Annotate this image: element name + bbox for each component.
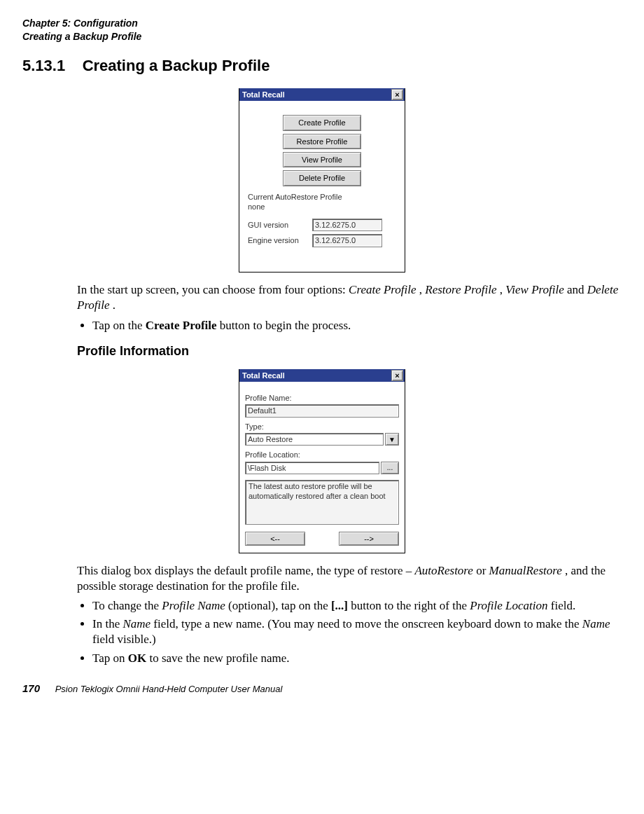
browse-button[interactable]: ... [381, 462, 399, 474]
profile-location-input[interactable]: \Flash Disk [245, 462, 379, 474]
dialog-titlebar-2: Total Recall × [239, 369, 405, 382]
dialog-title: Total Recall [242, 90, 285, 99]
delete-profile-button[interactable]: Delete Profile [283, 170, 361, 186]
gui-version-row: GUI version 3.12.6275.0 [248, 219, 396, 231]
header-line-1: Chapter 5: Configuration [22, 18, 138, 29]
paragraph-dialog-desc: This dialog box displays the default pro… [77, 563, 622, 594]
section-title-text: Creating a Backup Profile [83, 57, 270, 74]
list-item: To change the Profile Name (optional), t… [92, 598, 622, 614]
section-number: 5.13.1 [22, 57, 65, 74]
figure-2: Total Recall × Profile Name: Default1 Ty… [22, 369, 622, 553]
dialog-total-recall-profile: Total Recall × Profile Name: Default1 Ty… [239, 369, 405, 553]
dialog-titlebar: Total Recall × [239, 88, 405, 101]
header-line-2: Creating a Backup Profile [22, 31, 141, 42]
page-number: 170 [22, 682, 40, 694]
restore-profile-button[interactable]: Restore Profile [283, 134, 361, 149]
view-profile-button[interactable]: View Profile [283, 152, 361, 167]
current-autorestore-label: Current AutoRestore Profile [248, 192, 396, 202]
nav-buttons-row: <-- --> [245, 532, 399, 546]
gui-version-value: 3.12.6275.0 [312, 219, 382, 231]
current-autorestore-value: none [248, 202, 396, 212]
running-header: Chapter 5: Configuration Creating a Back… [22, 17, 622, 43]
body-text-2: This dialog box displays the default pro… [77, 563, 622, 666]
paragraph-options: In the start up screen, you can choose f… [77, 282, 622, 313]
engine-version-row: Engine version 3.12.6275.0 [248, 234, 396, 247]
section-heading: 5.13.1 Creating a Backup Profile [22, 56, 622, 76]
type-label: Type: [245, 422, 399, 432]
close-icon[interactable]: × [391, 370, 403, 381]
list-item: In the Name field, type a new name. (You… [92, 616, 622, 647]
next-button[interactable]: --> [339, 532, 399, 546]
dialog-title-2: Total Recall [242, 371, 285, 380]
footer-text: Psion Teklogix Omnii Hand-Held Computer … [55, 684, 283, 694]
create-profile-button[interactable]: Create Profile [283, 115, 361, 130]
list-item: Tap on OK to save the new profile name. [92, 651, 622, 666]
chevron-down-icon[interactable]: ▼ [385, 433, 399, 446]
dialog-body-2: Profile Name: Default1 Type: Auto Restor… [239, 382, 405, 551]
profile-name-label: Profile Name: [245, 393, 399, 403]
profile-location-row: \Flash Disk ... [245, 462, 399, 474]
engine-version-label: Engine version [248, 235, 312, 245]
profile-name-input[interactable]: Default1 [245, 404, 399, 417]
engine-version-value: 3.12.6275.0 [312, 234, 382, 247]
close-icon[interactable]: × [391, 89, 403, 100]
list-item: Tap on the Create Profile button to begi… [92, 318, 622, 333]
page-footer: 170 Psion Teklogix Omnii Hand-Held Compu… [22, 682, 622, 696]
gui-version-label: GUI version [248, 220, 312, 230]
body-text-1: In the start up screen, you can choose f… [77, 282, 622, 333]
type-dropdown[interactable]: Auto Restore ▼ [245, 433, 399, 446]
dialog-body: Create Profile Restore Profile View Prof… [239, 101, 405, 255]
figure-1: Total Recall × Create Profile Restore Pr… [22, 88, 622, 273]
profile-location-label: Profile Location: [245, 450, 399, 460]
previous-button[interactable]: <-- [245, 532, 305, 546]
description-box: The latest auto restore profile will be … [245, 480, 399, 525]
dialog-total-recall-main: Total Recall × Create Profile Restore Pr… [239, 88, 405, 273]
subheading-profile-info: Profile Information [77, 343, 622, 359]
type-value: Auto Restore [245, 433, 384, 446]
